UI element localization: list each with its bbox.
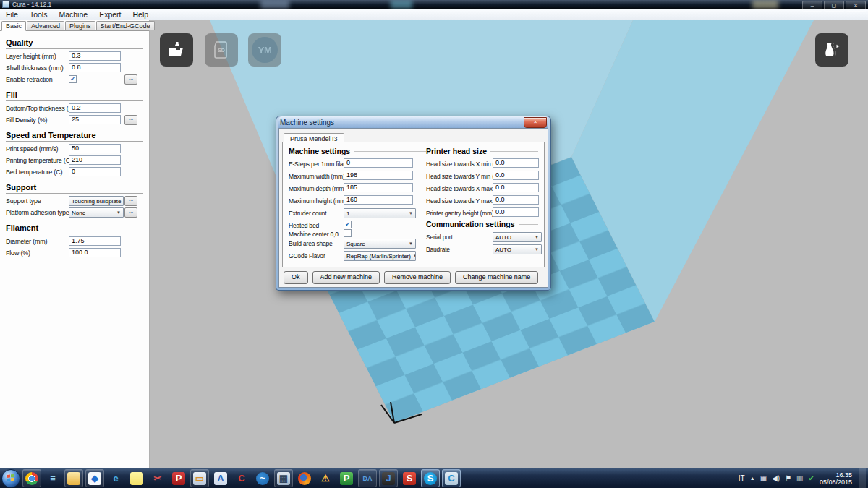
tab-advanced[interactable]: Advanced [27,21,64,30]
close-button[interactable]: × [846,1,866,12]
enable-retraction-more-button[interactable]: ... [124,74,137,85]
taskbar-sketchup[interactable]: S [400,469,419,487]
bottom-top-thickness-input[interactable]: 0.2 [69,103,121,113]
machine-center-label: Machine center 0,0 [289,231,339,238]
printer-gantry-height-input[interactable]: 0.0 [493,207,539,217]
clock[interactable]: 16:35 05/08/2015 [820,471,854,486]
menu-help[interactable]: Help [127,10,155,19]
baudrate-select[interactable]: AUTO▼ [493,244,542,254]
maximum-depth-input[interactable]: 185 [344,183,413,192]
build-area-shape-select[interactable]: Square▼ [344,239,416,249]
language-indicator[interactable]: IT [739,474,745,482]
taskbar-chrome[interactable] [22,469,41,487]
taskbar-ccleaner[interactable]: C [232,469,251,487]
windows-update-icon[interactable]: ▦ [760,474,767,482]
share-youmagine-button: YM [248,33,281,67]
head-size-x-min-input[interactable]: 0.0 [493,158,539,168]
view-mode-button[interactable] [815,33,848,67]
taskbar-dropbox[interactable]: ◆ [85,469,104,487]
maximize-button[interactable]: ◻ [824,1,844,12]
tab-basic[interactable]: Basic [1,21,26,31]
volume-icon[interactable]: ◀) [772,474,780,482]
extruder-count-select[interactable]: 1▼ [344,208,416,218]
menu-file[interactable]: File [0,10,24,19]
gcode-flavor-select[interactable]: RepRap (Marlin/Sprinter)▼ [344,251,416,261]
taskbar-j-app[interactable]: J [379,469,398,487]
menu-expert[interactable]: Expert [93,10,127,19]
fill-density-more-button[interactable]: ... [124,115,137,125]
load-model-button[interactable] [160,33,193,67]
taskbar-openoffice[interactable]: ~ [253,469,272,487]
cura-icon: C [445,472,458,485]
serial-port-select[interactable]: AUTO▼ [493,232,542,242]
platform-adhesion-type-more-button[interactable]: ... [124,207,137,218]
openoffice-icon: ~ [256,472,269,485]
head-size-y-max-input[interactable]: 0.0 [493,195,539,205]
group-rule [490,151,538,152]
taskbar-cad-app[interactable]: A [211,469,230,487]
fill-density-input[interactable]: 25 [69,115,121,124]
e-steps-input[interactable]: 0 [344,158,413,168]
minimize-button[interactable]: – [802,1,822,12]
taskbar-internet-explorer[interactable]: e [106,469,125,487]
taskbar: ≡◆e✂P▭AC~▦⚠PDAJSSC IT ▲▦◀)⚑▥✔ 16:35 05/0… [0,468,868,488]
head-size-x-max-input[interactable]: 0.0 [493,183,539,192]
taskbar-draftsight[interactable]: DA [358,469,377,487]
menu-machine[interactable]: Machine [53,10,93,19]
maximum-height-input[interactable]: 160 [344,195,413,205]
print-speed-input[interactable]: 50 [69,144,121,153]
setting-row-maximum-width: Maximum width (mm)198 [289,171,426,181]
taskbar-calculator[interactable]: ▦ [274,469,293,487]
change-machine-name-button[interactable]: Change machine name [455,271,538,284]
head-size-y-min-input[interactable]: 0.0 [493,171,539,180]
maximum-width-input[interactable]: 198 [344,171,413,180]
shell-thickness-input[interactable]: 0.8 [69,63,121,72]
layer-height-input[interactable]: 0.3 [69,51,121,61]
tab-plugins[interactable]: Plugins [65,21,95,30]
taskbar-firefox[interactable] [295,469,314,487]
bed-temperature-input[interactable]: 0 [69,167,121,176]
tab-start-end-gcode[interactable]: Start/End-GCode [96,21,155,30]
setting-row-filament-diameter: Diameter (mm)1.75 [6,236,143,247]
printing-temperature-input[interactable]: 210 [69,155,121,165]
heated-bed-checkbox[interactable]: ✔ [344,221,352,228]
menu-tools[interactable]: Tools [24,10,54,19]
start-button[interactable] [1,469,20,488]
add-new-machine-button[interactable]: Add new machine [312,271,380,284]
ok-button[interactable]: Ok [284,271,308,284]
taskbar-explorer[interactable] [64,469,83,487]
show-desktop-button[interactable] [859,468,866,488]
enable-retraction-checkbox[interactable]: ✔ [69,75,77,83]
windows-flag-icon [7,474,15,482]
dialog-close-button[interactable]: × [524,117,547,128]
platform-adhesion-type-select[interactable]: None▼ [69,207,124,218]
internet-explorer-icon: e [113,473,118,484]
taskbar-alert-app[interactable]: ⚠ [316,469,335,487]
network-icon[interactable]: ▥ [796,474,803,482]
hidden-icons-arrow[interactable]: ▲ [750,476,755,481]
support-type-more-button[interactable]: ... [124,196,137,206]
machine-center-checkbox[interactable] [344,229,352,237]
tab-prusa-mendel-i3[interactable]: Prusa Mendel I3 [284,133,344,144]
taskbar-sticky-notes[interactable] [127,469,146,487]
dialog-titlebar[interactable]: Machine settings × [278,116,548,128]
support-type-select[interactable]: Touching buildplate▼ [69,196,124,206]
remove-machine-button[interactable]: Remove machine [384,271,451,284]
support-type-selected-value: Touching buildplate [72,198,122,205]
extruder-count-label: Extruder count [289,210,326,217]
dropbox-tray-icon[interactable]: ✔ [809,474,814,482]
taskbar-skype[interactable]: S [421,469,440,487]
window-titlebar[interactable]: Cura - 14.12.1 [0,0,868,9]
taskbar-cura[interactable]: C [442,469,461,487]
serial-port-selected-value: AUTO [495,234,511,241]
taskbar-presentation-app[interactable]: ▭ [190,469,209,487]
taskbar-snipping-tool[interactable]: ✂ [148,469,167,487]
filament-diameter-input[interactable]: 1.75 [69,236,121,246]
taskbar-pdf-converter[interactable]: P [337,469,356,487]
platform-adhesion-type-label: Platform adhesion type [6,209,69,216]
filament-flow-input[interactable]: 100.0 [69,248,121,257]
taskbar-app-layers[interactable]: ≡ [43,469,62,487]
action-center-flag-icon[interactable]: ⚑ [785,474,791,482]
setting-row-filament-flow: Flow (%)100.0 [6,248,143,258]
taskbar-pdf-architect[interactable]: P [169,469,188,487]
